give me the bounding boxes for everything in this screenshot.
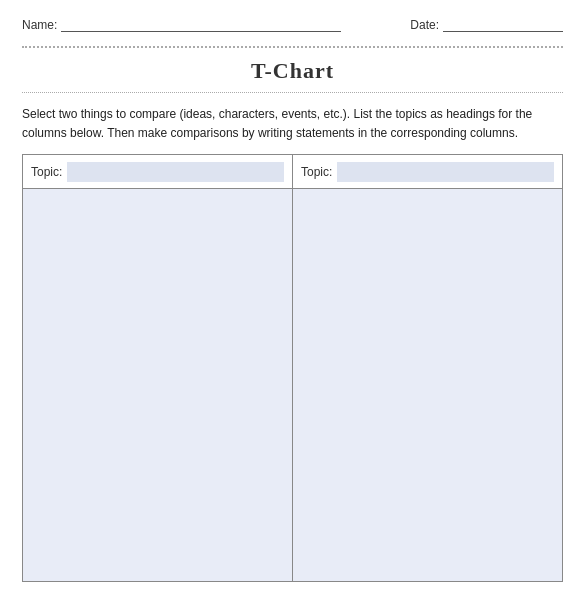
name-input-line[interactable] [61,18,341,32]
right-topic-input[interactable] [337,162,554,182]
left-topic-label: Topic: [31,165,62,179]
tchart-header-row: Topic: Topic: [23,155,562,189]
left-body-cell[interactable] [23,189,293,581]
name-label: Name: [22,18,57,32]
tchart: Topic: Topic: [22,154,563,582]
instructions-text: Select two things to compare (ideas, cha… [22,105,563,142]
right-body-cell[interactable] [293,189,562,581]
right-topic-label: Topic: [301,165,332,179]
left-topic-input[interactable] [67,162,284,182]
page: Name: Date: T-Chart Select two things to… [0,0,585,600]
page-title: T-Chart [22,58,563,84]
date-input-line[interactable] [443,18,563,32]
right-header-cell: Topic: [293,155,562,188]
tchart-body-row [23,189,562,581]
date-field: Date: [410,18,563,32]
name-field: Name: [22,18,394,32]
name-date-row: Name: Date: [22,18,563,32]
top-divider [22,46,563,48]
bottom-divider [22,92,563,93]
left-header-cell: Topic: [23,155,293,188]
date-label: Date: [410,18,439,32]
